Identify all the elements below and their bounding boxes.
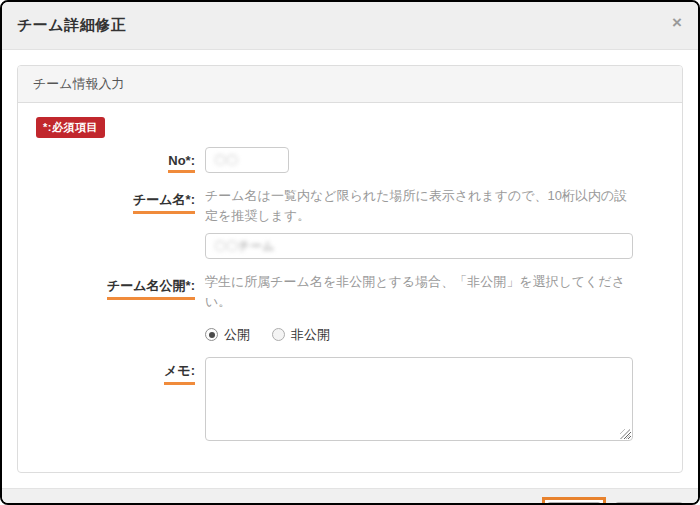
form-row-no: No*: 〇〇 — [33, 147, 667, 173]
no-label: No*: — [168, 153, 195, 173]
team-name-public-help: 学生に所属チーム名を非公開とする場合、「非公開」を選択してください。 — [205, 272, 633, 312]
panel-heading: チーム情報入力 — [18, 66, 682, 103]
memo-label: メモ: — [164, 362, 195, 385]
modal-header: チーム詳細修正 × — [2, 2, 698, 50]
modal-body: チーム情報入力 *:必須項目 No*: 〇〇 — [2, 50, 698, 488]
form-row-team-name: チーム名*: チーム名は一覧内など限られた場所に表示されますので、10桁以内の設… — [33, 186, 667, 259]
radio-checked-icon — [205, 328, 218, 341]
team-name-public-label: チーム名公開*: — [107, 277, 195, 300]
radio-unchecked-icon — [272, 328, 285, 341]
no-masked-value: 〇〇 — [214, 152, 238, 169]
form-row-memo: メモ: — [33, 357, 667, 445]
no-input[interactable]: 〇〇 — [205, 147, 289, 173]
modal-footer: 修正 閉じる — [2, 488, 698, 505]
close-icon[interactable]: × — [672, 14, 682, 31]
radio-option-private[interactable]: 非公開 — [272, 326, 330, 344]
team-name-label: チーム名*: — [133, 191, 195, 214]
highlight-annotation-box: 修正 — [542, 497, 606, 505]
team-name-input[interactable]: 〇〇チーム — [205, 233, 633, 259]
required-fields-badge: *:必須項目 — [36, 117, 105, 138]
team-detail-edit-modal: チーム詳細修正 × チーム情報入力 *:必須項目 No*: 〇〇 — [0, 0, 700, 505]
memo-textarea[interactable] — [205, 357, 633, 441]
team-name-help: チーム名は一覧内など限られた場所に表示されますので、10桁以内の設定を推奨します… — [205, 186, 633, 226]
team-info-panel: チーム情報入力 *:必須項目 No*: 〇〇 — [17, 65, 683, 473]
panel-body: *:必須項目 No*: 〇〇 チーム名*: — [18, 103, 682, 472]
radio-option-public[interactable]: 公開 — [205, 326, 250, 344]
modal-title: チーム詳細修正 — [17, 16, 126, 35]
team-name-masked-value: 〇〇チーム — [214, 238, 275, 255]
form-row-team-name-public: チーム名公開*: 学生に所属チーム名を非公開とする場合、「非公開」を選択してくだ… — [33, 272, 667, 343]
visibility-radio-group: 公開 非公開 — [205, 320, 633, 344]
